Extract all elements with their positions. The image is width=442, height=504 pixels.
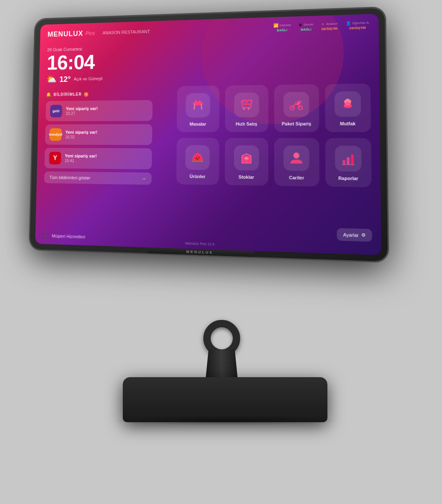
svg-point-7: [248, 108, 250, 110]
notif-content-yemeksepeti: Yeni sipariş var! 15:41: [65, 153, 147, 164]
status-user[interactable]: 👤 Oğurhan A. DEĞİŞTİR: [345, 20, 370, 30]
svg-point-17: [346, 99, 349, 101]
svg-rect-29: [351, 155, 354, 165]
menu-item-urunler[interactable]: Ürünler: [176, 138, 219, 185]
menu-icon-mutfak-wrap: [334, 91, 361, 117]
left-panel: 29 Ocak Cumartesi 16:04 ⛅ 12° Açık ve Gü…: [43, 45, 153, 231]
weather-icon: ⛅: [46, 74, 56, 84]
menu-item-hizli-satis[interactable]: Hızlı Satış: [225, 85, 268, 132]
svg-point-20: [196, 158, 197, 159]
svg-line-2: [194, 105, 195, 109]
menu-item-mutfak[interactable]: Mutfak: [325, 83, 371, 132]
time-display: 16:04: [47, 50, 153, 73]
svg-rect-11: [298, 101, 302, 104]
hizli-satis-icon: [239, 97, 255, 113]
menu-icon-stoklar-wrap: [234, 145, 259, 170]
menu-item-cariler[interactable]: Cariler: [274, 138, 319, 187]
svg-rect-25: [244, 157, 248, 160]
notif-logo-trendyol: trendyol: [50, 128, 62, 141]
notif-badge: 3: [84, 92, 88, 97]
monitor: MENULUX Pos ANASON RESTAURANT 📶 İnternet…: [30, 8, 388, 262]
mutfak-icon: [339, 96, 356, 112]
show-all-notifications-button[interactable]: Tüm bildirimleri göster →: [44, 171, 152, 185]
menu-icon-masalar-wrap: [186, 93, 210, 117]
version-text: Menulux Pos 12.0: [185, 241, 214, 247]
screen-bezel: MENULUX Pos ANASON RESTAURANT 📶 İnternet…: [35, 14, 381, 255]
settings-button[interactable]: Ayarlar ⚙: [337, 228, 372, 242]
weather-desc: Açık ve Güneşli: [74, 76, 103, 81]
menu-item-paket-siparis[interactable]: Paket Sipariş: [274, 84, 319, 132]
svg-rect-28: [347, 157, 350, 164]
notif-card-trendyol[interactable]: trendyol Yeni sipariş var! 16:32: [45, 124, 152, 145]
weather-section: ⛅ 12° Açık ve Güneşli: [46, 72, 153, 84]
restaurant-name: ANASON RESTAURANT: [103, 29, 150, 35]
svg-point-6: [243, 108, 245, 110]
notif-card-yemeksepeti[interactable]: Y Yeni sipariş var! 15:41: [45, 148, 152, 169]
menu-item-stoklar[interactable]: Stoklar: [225, 138, 268, 186]
svg-rect-27: [343, 160, 345, 165]
right-panel: Masalar: [176, 39, 372, 233]
cariler-icon: [289, 150, 305, 166]
logo-pos: Pos: [85, 30, 95, 36]
svg-line-3: [201, 105, 202, 109]
menu-icon-paket-siparis-wrap: [284, 92, 309, 117]
menu-item-masalar[interactable]: Masalar: [177, 86, 219, 132]
svg-point-22: [197, 159, 198, 160]
menu-icon-hizli-satis-wrap: [234, 92, 259, 117]
scene: MENULUX Pos ANASON RESTAURANT 📶 İnternet…: [0, 0, 442, 504]
svg-point-26: [293, 153, 300, 159]
monitor-brand-label: MENULUX: [186, 250, 213, 254]
screen: MENULUX Pos ANASON RESTAURANT 📶 İnternet…: [35, 14, 381, 255]
urunler-icon: [190, 150, 205, 165]
notifications-section: 🔔 BİLDİRİMLER 3 getir Yeni sipariş var!: [44, 91, 153, 185]
svg-point-10: [298, 106, 302, 110]
notif-header: 🔔 BİLDİRİMLER 3: [46, 91, 153, 97]
settings-gear-icon: ⚙: [361, 232, 366, 238]
status-internet: 📶 İnternet BAĞLI: [273, 23, 291, 32]
arrow-right-icon: →: [142, 176, 146, 181]
weather-temp: 12°: [59, 74, 71, 83]
svg-point-21: [198, 157, 199, 158]
menu-icon-cariler-wrap: [284, 146, 309, 171]
stoklar-icon: [239, 150, 255, 166]
top-right-status: 📶 İnternet BAĞLI 🖥 Server BAĞLI: [273, 20, 370, 32]
menu-icon-raporlar-wrap: [335, 146, 361, 171]
menu-grid: Masalar: [176, 83, 372, 187]
notif-content-getir: Yeni sipariş var! 15:27: [66, 106, 148, 116]
raporlar-icon: [340, 151, 356, 167]
notif-content-trendyol: Yeni sipariş var! 16:32: [65, 130, 147, 140]
masalar-icon: [190, 97, 206, 113]
logo-area: MENULUX Pos ANASON RESTAURANT: [47, 27, 150, 38]
status-server: 🖥 Server BAĞLI: [298, 22, 313, 31]
datetime-section: 29 Ocak Cumartesi 16:04 ⛅ 12° Açık ve Gü…: [46, 45, 153, 84]
stand-shadow: [111, 416, 340, 425]
menu-item-raporlar[interactable]: Raporlar: [325, 138, 372, 187]
paket-siparis-icon: [288, 97, 304, 112]
status-anason[interactable]: ✕ Anason DEĞİŞTİR: [321, 22, 338, 31]
notif-card-getir[interactable]: getir Yeni sipariş var! 15:27: [45, 100, 153, 122]
notif-logo-getir: getir: [50, 105, 62, 117]
menu-icon-urunler-wrap: [185, 145, 210, 170]
logo-menulux: MENULUX: [47, 29, 83, 38]
notif-logo-yemeksepeti: Y: [49, 152, 61, 164]
bell-icon: 🔔: [46, 92, 52, 97]
